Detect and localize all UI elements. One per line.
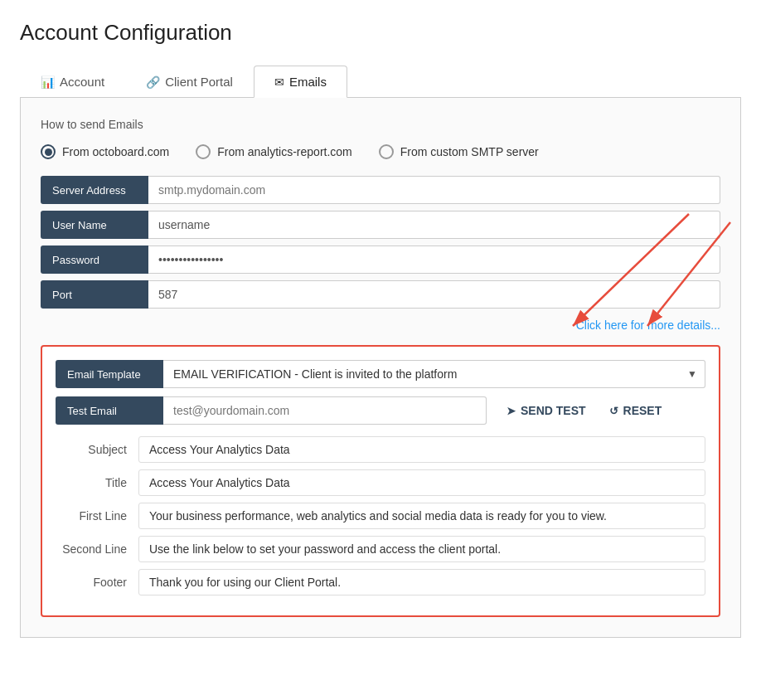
client-portal-icon: 🔗 [146,75,160,89]
account-icon: 📊 [41,75,55,89]
reset-button[interactable]: ↺ RESET [603,399,669,422]
first-line-label: First Line [56,509,138,523]
second-line-input[interactable] [138,536,705,562]
username-input[interactable] [148,211,720,239]
test-buttons: ➤ SEND TEST ↺ RESET [500,396,668,425]
send-test-button[interactable]: ➤ SEND TEST [500,399,593,422]
radio-analytics-label: From analytics-report.com [217,145,352,158]
password-input[interactable] [148,245,720,274]
footer-row: Footer [56,569,705,595]
radio-smtp-label: From custom SMTP server [400,145,539,158]
subject-input[interactable] [138,436,705,463]
username-row: User Name [41,211,720,239]
reset-icon: ↺ [609,405,618,417]
emails-icon: ✉ [274,75,284,89]
send-test-label: SEND TEST [521,404,586,417]
port-label: Port [41,280,148,309]
username-label: User Name [41,211,148,239]
email-template-section: Email Template EMAIL VERIFICATION - Clie… [41,345,720,617]
server-address-input[interactable] [148,176,720,204]
server-address-label: Server Address [41,176,148,204]
tab-emails[interactable]: ✉ Emails [254,66,347,98]
test-email-label: Test Email [56,396,163,425]
footer-label: Footer [56,576,138,589]
footer-input[interactable] [138,569,705,595]
radio-octoboard-circle [41,144,56,159]
server-address-row: Server Address [41,176,720,204]
password-row: Password [41,245,720,274]
email-template-row: Email Template EMAIL VERIFICATION - Clie… [56,360,705,388]
details-link-row: Click here for more details... [41,318,720,332]
email-template-select-wrapper: EMAIL VERIFICATION - Client is invited t… [163,360,705,388]
radio-analytics-report[interactable]: From analytics-report.com [196,144,352,159]
radio-analytics-circle [196,144,211,159]
test-email-row: Test Email ➤ SEND TEST ↺ RESET [56,396,705,425]
tab-client-portal-label: Client Portal [165,75,233,89]
second-line-label: Second Line [56,542,138,556]
radio-octoboard[interactable]: From octoboard.com [41,144,169,159]
radio-group: From octoboard.com From analytics-report… [41,144,720,159]
how-to-send-label: How to send Emails [41,118,720,131]
page-title: Account Configuration [20,20,741,46]
email-template-label: Email Template [56,360,163,388]
radio-octoboard-label: From octoboard.com [62,145,169,158]
tab-account-label: Account [60,75,104,89]
tab-client-portal[interactable]: 🔗 Client Portal [125,66,254,97]
first-line-row: First Line [56,503,705,529]
first-line-input[interactable] [138,503,705,529]
subject-label: Subject [56,443,138,456]
radio-custom-smtp[interactable]: From custom SMTP server [379,144,539,159]
details-link[interactable]: Click here for more details... [576,318,720,332]
tabs-container: 📊 Account 🔗 Client Portal ✉ Emails [20,66,741,98]
password-label: Password [41,245,148,274]
port-row: Port [41,280,720,309]
send-test-icon: ➤ [507,405,516,417]
second-line-row: Second Line [56,536,705,562]
content-area: How to send Emails From octoboard.com Fr… [20,98,741,638]
test-email-input[interactable] [163,396,487,425]
subject-row: Subject [56,436,705,463]
email-template-select[interactable]: EMAIL VERIFICATION - Client is invited t… [163,360,705,388]
tab-emails-label: Emails [289,75,327,89]
radio-smtp-circle [379,144,394,159]
reset-label: RESET [623,404,662,417]
tab-account[interactable]: 📊 Account [20,66,125,97]
title-row: Title [56,469,705,496]
title-input[interactable] [138,469,705,496]
title-label: Title [56,476,138,489]
port-input[interactable] [148,280,720,309]
